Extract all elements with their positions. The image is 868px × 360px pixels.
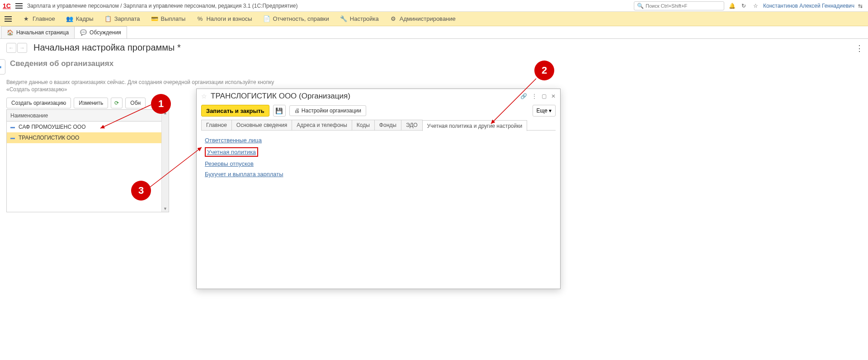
print-icon: 🖨: [294, 108, 300, 114]
favorite-star-icon[interactable]: ☆: [201, 93, 207, 100]
percent-icon: %: [196, 15, 203, 23]
wrench-icon: 🔧: [340, 15, 347, 23]
main-nav: ★Главное 👥Кадры 📋Зарплата 💳Выплаты %Нало…: [0, 12, 868, 26]
vertical-scrollbar[interactable]: ▲ ▼: [161, 110, 169, 212]
modal-restore-icon[interactable]: ▢: [542, 93, 547, 99]
link-vacation-reserves[interactable]: Резервы отпусков: [205, 160, 254, 167]
nav-otchet[interactable]: 📄Отчетность, справки: [263, 15, 329, 23]
chevron-down-icon: ▾: [549, 108, 552, 114]
search-field[interactable]: [646, 3, 721, 9]
organization-modal: ☆ ТРАНСЛОГИСТИК ООО (Организация) 🔗 ⋮ ▢ …: [196, 89, 561, 289]
refresh-icon: ⟳: [114, 100, 119, 106]
app-window-title: Зарплата и управление персоналом / Зарпл…: [27, 3, 298, 9]
window-tabs: 🏠 Начальная страница 💬 Обсуждения: [0, 26, 868, 39]
nav-vyplaty[interactable]: 💳Выплаты: [151, 15, 186, 23]
top-system-bar: 1С Зарплата и управление персоналом / За…: [0, 0, 868, 12]
tab-discussions[interactable]: 💬 Обсуждения: [74, 26, 127, 38]
global-search-input[interactable]: 🔍: [634, 1, 724, 10]
arrow-left-icon: ⬅: [0, 61, 2, 72]
user-name[interactable]: Константинов Алексей Геннадиевич: [763, 3, 854, 9]
section-back-button[interactable]: ⬅: [0, 59, 5, 75]
save-button[interactable]: 💾: [273, 105, 286, 117]
modal-tab-address[interactable]: Адреса и телефоны: [292, 120, 352, 130]
modal-tab-main[interactable]: Главное: [201, 120, 232, 130]
payroll-icon: 📋: [104, 15, 112, 23]
modal-close-icon[interactable]: ✕: [551, 93, 556, 99]
section-title: Сведения об организациях: [10, 59, 113, 75]
table-row[interactable]: ▬ САФ ПРОМОУШЕНС ООО: [7, 122, 161, 132]
modal-tab-basic[interactable]: Основные сведения: [231, 120, 292, 130]
gear-icon: ⚙: [390, 15, 397, 23]
star-icon[interactable]: ☆: [751, 2, 760, 10]
chat-icon: 💬: [80, 29, 87, 36]
collapse-icon[interactable]: ⇆: [858, 3, 865, 9]
save-close-button[interactable]: Записать и закрыть: [201, 105, 269, 117]
link-responsible[interactable]: Ответственные лица: [205, 137, 262, 144]
table-row[interactable]: ▬ ТРАНСЛОГИСТИК ООО: [7, 132, 161, 143]
nav-kadry[interactable]: 👥Кадры: [66, 15, 94, 23]
modal-tab-edo[interactable]: ЭДО: [401, 120, 423, 130]
nav-admin[interactable]: ⚙Администрирование: [390, 15, 456, 23]
floppy-icon: 💾: [275, 108, 283, 114]
table-header-name[interactable]: Наименование: [7, 110, 161, 122]
report-icon: 📄: [263, 15, 270, 23]
modal-tab-codes[interactable]: Коды: [352, 120, 375, 130]
scroll-down-icon[interactable]: ▼: [163, 206, 167, 211]
nav-forward-button[interactable]: →: [17, 43, 27, 53]
tab-start-page[interactable]: 🏠 Начальная страница: [1, 26, 75, 38]
link-icon[interactable]: 🔗: [520, 93, 527, 99]
nav-back-button[interactable]: ←: [6, 43, 16, 53]
org-name-cell: САФ ПРОМОУШЕНС ООО: [19, 124, 86, 130]
modal-tab-funds[interactable]: Фонды: [374, 120, 401, 130]
callout-1: 1: [151, 94, 171, 114]
modal-more-icon[interactable]: ⋮: [532, 93, 537, 99]
nav-nalogi[interactable]: %Налоги и взносы: [196, 15, 252, 23]
edit-button[interactable]: Изменить: [74, 98, 108, 108]
burger-icon[interactable]: [15, 3, 23, 9]
refresh-text-button[interactable]: Обн: [125, 98, 146, 108]
nav-main[interactable]: ★Главное: [23, 15, 55, 23]
page-title: Начальная настройка программы *: [33, 42, 181, 53]
org-name-cell: ТРАНСЛОГИСТИК ООО: [19, 135, 79, 141]
search-icon: 🔍: [637, 3, 644, 9]
star-solid-icon: ★: [23, 15, 30, 23]
link-accounting-policy[interactable]: Учетная политика: [205, 147, 258, 157]
bell-icon[interactable]: 🔔: [728, 2, 736, 10]
modal-tab-accounting-policy[interactable]: Учетная политика и другие настройки: [422, 120, 528, 131]
refresh-icon-button[interactable]: ⟳: [111, 98, 123, 108]
nav-zarplata[interactable]: 📋Зарплата: [104, 15, 140, 23]
create-org-button[interactable]: Создать организацию: [6, 98, 71, 108]
org-settings-button[interactable]: 🖨 Настройки организации: [289, 105, 366, 116]
callout-2: 2: [534, 61, 554, 80]
history-icon[interactable]: ↻: [740, 2, 748, 10]
page-more-menu[interactable]: ⋮: [855, 43, 863, 53]
people-icon: 👥: [66, 15, 73, 23]
row-marker-icon: ▬: [10, 135, 15, 140]
nav-burger[interactable]: [5, 16, 12, 22]
modal-tabs: Главное Основные сведения Адреса и телеф…: [201, 120, 556, 131]
modal-title: ТРАНСЛОГИСТИК ООО (Организация): [211, 92, 350, 101]
wallet-icon: 💳: [151, 15, 158, 23]
home-icon: 🏠: [7, 29, 14, 36]
callout-3: 3: [131, 181, 151, 201]
nav-settings[interactable]: 🔧Настройка: [340, 15, 379, 23]
link-accounting-payroll[interactable]: Бухучет и выплата зарплаты: [205, 171, 283, 178]
row-marker-icon: ▬: [10, 124, 15, 129]
logo-1c: 1С: [3, 2, 11, 9]
more-dropdown[interactable]: Еще▾: [533, 105, 556, 117]
